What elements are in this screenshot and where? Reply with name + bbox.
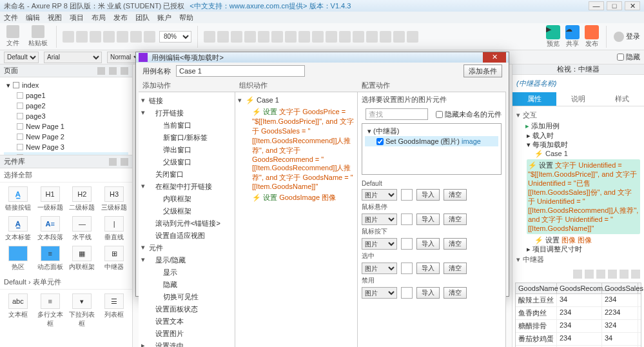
page-item[interactable]: page2	[4, 101, 128, 111]
tool-icon[interactable]	[63, 31, 74, 43]
clear-button[interactable]: 清空	[444, 213, 467, 225]
col-header[interactable]: GoodsName	[516, 283, 557, 293]
menu-edit[interactable]: 编辑	[26, 13, 40, 22]
tree-node-selected[interactable]: Set GoodsImage (图片) image	[365, 136, 498, 146]
dialog-titlebar[interactable]: 用例编辑<每项加载时> ✕	[136, 52, 509, 63]
action-item[interactable]: 设置图片	[141, 328, 232, 340]
table-row[interactable]: 酸辣土豆丝34234	[516, 294, 641, 307]
widget-item[interactable]: abc文本框	[3, 292, 34, 330]
action-item[interactable]: 显示/隐藏	[141, 254, 232, 266]
widget-item[interactable]: ▾下拉列表框	[67, 292, 98, 330]
page-item[interactable]: page1	[4, 90, 128, 101]
widget-item[interactable]: ≡动态面板	[35, 244, 66, 273]
tool-icon[interactable]	[271, 31, 283, 43]
table-tool-icon[interactable]	[631, 270, 640, 279]
widget-item[interactable]: H1一级标题	[35, 185, 66, 213]
menu-publish[interactable]: 发布	[113, 13, 128, 22]
tree-node[interactable]: ▾ (中继器)	[365, 126, 498, 136]
tool-icon[interactable]	[326, 31, 337, 43]
login-button[interactable]: 登录	[614, 32, 640, 42]
menu-view[interactable]: 视图	[48, 13, 62, 22]
share-icon[interactable]: ☁	[565, 25, 580, 39]
table-row[interactable]: 鱼香肉丝2342234	[516, 307, 641, 320]
action-highlight[interactable]: ⚡ 设置 文字于 Unidentified = "$[[Item.GoodsPr…	[527, 159, 640, 234]
tool-icon[interactable]	[258, 31, 269, 43]
widget-item[interactable]: A̲文本标签	[3, 215, 34, 243]
table-tool-icon[interactable]	[573, 270, 582, 279]
state-select[interactable]: 图片	[362, 213, 397, 225]
state-preview[interactable]	[401, 287, 413, 299]
tool-icon[interactable]	[298, 31, 310, 43]
tool-icon[interactable]	[117, 31, 128, 43]
tool-icon[interactable]	[312, 31, 324, 43]
table-tool-icon[interactable]	[608, 270, 617, 279]
table-row[interactable]: 番茄炒鸡蛋23434	[516, 333, 641, 346]
close-button[interactable]: ✕	[625, 1, 640, 10]
org-case[interactable]: Case 1	[257, 96, 279, 104]
tab-notes[interactable]: 说明	[556, 92, 600, 106]
tool-icon[interactable]	[204, 31, 215, 43]
page-item[interactable]: New Page 3	[4, 142, 128, 152]
clear-button[interactable]: 清空	[444, 189, 467, 201]
menu-account[interactable]: 账户	[157, 13, 171, 22]
tab-properties[interactable]: 属性	[512, 92, 556, 106]
page-item[interactable]: New Page 1	[4, 121, 128, 132]
state-preview[interactable]	[401, 238, 413, 250]
font-select[interactable]: Arial	[44, 52, 102, 63]
action-item[interactable]: 新窗口/新标签	[141, 132, 232, 144]
widget-item[interactable]: —水平线	[67, 215, 98, 243]
widget-item[interactable]: A̲链接按钮	[3, 185, 34, 213]
minimize-button[interactable]: —	[589, 1, 604, 10]
widget-item[interactable]: ≡多行文本框	[35, 292, 66, 330]
tool-icon[interactable]	[130, 31, 142, 43]
style-default-select[interactable]: Default	[4, 52, 39, 63]
menu-file[interactable]: 文件	[4, 13, 18, 22]
zoom-select[interactable]: 80%	[159, 31, 191, 43]
tool-icon[interactable]	[353, 31, 364, 43]
hide-unnamed-checkbox[interactable]: 隐藏未命名的元件	[436, 110, 502, 119]
widget-item[interactable]: ☰列表框	[99, 292, 130, 330]
clear-button[interactable]: 清空	[444, 263, 467, 274]
interaction-header[interactable]: 交互	[516, 110, 640, 120]
tool-icon[interactable]	[407, 31, 418, 43]
add-case-link[interactable]: ▸ 添加用例	[516, 121, 640, 131]
select-all-label[interactable]: 选择全部	[0, 168, 132, 183]
tool-icon[interactable]	[339, 31, 351, 43]
publish-icon[interactable]	[585, 25, 599, 39]
preview-icon[interactable]: ▶	[546, 25, 560, 39]
action-item[interactable]: 内联框架	[141, 193, 232, 205]
widget-item[interactable]: ⊞中继器	[99, 244, 130, 273]
table-tool-icon[interactable]	[620, 270, 629, 279]
clear-button[interactable]: 清空	[444, 287, 467, 299]
action-item[interactable]: 设置文本	[141, 315, 232, 328]
tool-icon[interactable]	[285, 31, 297, 43]
import-button[interactable]: 导入	[416, 263, 440, 274]
menu-team[interactable]: 团队	[135, 13, 150, 22]
tool-icon[interactable]	[217, 31, 229, 43]
widget-item[interactable]: 热区	[3, 244, 34, 273]
add-condition-button[interactable]: 添加条件	[463, 64, 502, 77]
org-action[interactable]: ⚡ 设置 文字于 GoodsPrice = "$[[Item.GoodsPric…	[238, 106, 355, 192]
state-preview[interactable]	[401, 189, 413, 201]
page-item[interactable]: New Page 2	[4, 132, 128, 142]
state-select[interactable]: 图片	[362, 287, 397, 299]
tool-icon[interactable]	[103, 31, 115, 43]
app-title-link[interactable]: <中文支持：www.axure.com.cn提供> 版本：V1.4.3	[190, 1, 351, 11]
maximize-button[interactable]: □	[607, 1, 622, 10]
table-tool-icon[interactable]	[585, 270, 594, 279]
form-set-label[interactable]: Default › 表单元件	[0, 275, 132, 290]
search-icon[interactable]	[121, 67, 128, 75]
state-select[interactable]: 图片	[362, 238, 397, 250]
col-header[interactable]: GoodsRecom...	[557, 283, 602, 293]
widget-item[interactable]: A≡文本段落	[35, 215, 66, 243]
inspector-title[interactable]: (中继器名称)	[512, 75, 644, 92]
repeater-header[interactable]: 中继器	[516, 255, 640, 264]
tab-style[interactable]: 样式	[600, 92, 644, 106]
action-item[interactable]: 关闭窗口	[141, 168, 232, 181]
paste-icon[interactable]	[32, 25, 44, 38]
action-item[interactable]: 链接	[141, 95, 232, 107]
case-name[interactable]: Case 1	[545, 150, 568, 157]
action-item[interactable]: 弹出窗口	[141, 144, 232, 156]
state-select[interactable]: 图片	[362, 189, 397, 201]
state-select[interactable]: 图片	[362, 263, 397, 274]
